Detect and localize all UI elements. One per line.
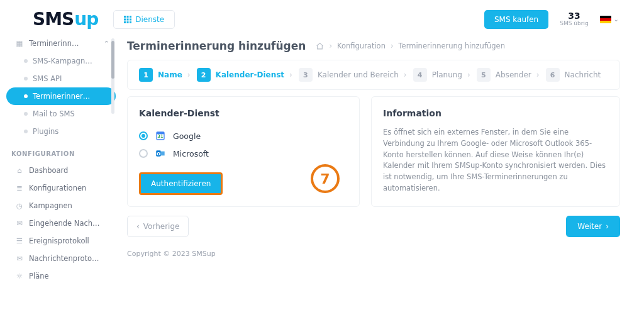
step-scheduling: 4Planung›	[413, 68, 470, 82]
chevron-right-icon: ›	[289, 70, 292, 79]
step-sender: 5Absender›	[477, 68, 540, 82]
sidebar-item-event-log[interactable]: ☰Ereignisprotokoll	[6, 232, 116, 250]
logo-text-b: up	[74, 9, 98, 30]
sidebar: ▦ Terminerinn… ⌃ SMS-Kampagn… SMS API Te…	[0, 35, 116, 322]
step-number: 5	[477, 68, 491, 82]
buy-sms-button[interactable]: SMS kaufen	[484, 10, 548, 29]
calendar-option-label: Microsoft	[173, 149, 209, 158]
sliders-icon: ≣	[15, 184, 24, 192]
breadcrumb-separator-icon: ›	[391, 42, 394, 50]
wizard-pager: ‹Vorherige Weiter›	[127, 216, 620, 237]
calendar-option-google[interactable]: 31 Google	[139, 127, 348, 145]
bullet-icon	[24, 59, 28, 63]
calendar-option-label: Google	[173, 131, 201, 141]
sidebar-item-sms-api[interactable]: SMS API	[6, 70, 116, 87]
step-label: Kalender und Bereich	[318, 70, 399, 79]
flag-de-icon	[600, 16, 611, 23]
step-calendar-range: 3Kalender und Bereich›	[299, 68, 407, 82]
sidebar-item-sms-campaigns[interactable]: SMS-Kampagn…	[6, 52, 116, 70]
svg-rect-1	[127, 16, 129, 18]
sidebar-item-campaigns[interactable]: ◷Kampagnen	[6, 197, 116, 214]
topbar-right: SMS kaufen 33 SMS übrig ⌄	[484, 10, 619, 29]
breadcrumb-item: Terminerinnerung hinzufügen	[399, 42, 505, 50]
step-label: Planung	[432, 70, 462, 79]
sidebar-item-message-log[interactable]: ✉Nachrichtenproto…	[6, 250, 116, 267]
content-row: Kalender-Dienst 31 Google O Microsoft	[127, 96, 620, 207]
sidebar-item-label: SMS-Kampagn…	[33, 57, 92, 65]
step-calendar-service[interactable]: 2Kalender-Dienst›	[197, 68, 292, 82]
step-label: Kalender-Dienst	[216, 70, 284, 79]
home-icon: ⌂	[15, 166, 24, 175]
panel-title: Kalender-Dienst	[139, 108, 348, 118]
outlook-icon: O	[155, 148, 165, 158]
sidebar-item-label: Kampagnen	[29, 201, 72, 210]
sidebar-item-plugins[interactable]: Plugins	[6, 123, 116, 140]
info-body: Es öffnet sich ein externes Fenster, in …	[383, 127, 608, 194]
svg-text:O: O	[157, 152, 160, 157]
sidebar-item-label: Eingehende Nach…	[29, 219, 100, 228]
svg-rect-5	[130, 18, 131, 20]
bulb-icon: ☼	[15, 272, 24, 280]
sidebar-item-appointment-reminders[interactable]: Terminerinner…	[6, 87, 116, 105]
step-label: Nachricht	[565, 70, 601, 79]
chevron-left-icon: ‹	[136, 222, 140, 231]
language-switcher[interactable]: ⌄	[600, 16, 619, 23]
services-grid-icon	[124, 16, 131, 23]
chevron-down-icon: ⌄	[614, 16, 619, 23]
radio-checked-icon	[139, 131, 148, 140]
sidebar-item-label: Terminerinner…	[33, 92, 90, 101]
authenticate-button[interactable]: Authentifizieren	[139, 172, 223, 195]
app-root: SMSup Dienste SMS kaufen 33 SMS übrig ⌄	[0, 0, 644, 322]
breadcrumb-separator-icon: ›	[329, 42, 332, 50]
scrollbar-thumb[interactable]	[111, 41, 114, 79]
svg-text:31: 31	[157, 134, 164, 139]
sidebar-item-inbox[interactable]: ✉Eingehende Nach…	[6, 214, 116, 232]
sms-credits-count: 33	[560, 11, 588, 21]
step-number: 1	[139, 68, 153, 82]
services-button-label: Dienste	[135, 15, 164, 24]
sidebar-item-configurations[interactable]: ≣Konfigurationen	[6, 179, 116, 197]
sidebar-item-plans[interactable]: ☼Pläne	[6, 267, 116, 285]
chevron-right-icon: ›	[467, 70, 470, 79]
bullet-icon	[24, 77, 28, 80]
sidebar-item-reminders[interactable]: ▦ Terminerinn… ⌃	[6, 35, 116, 52]
sms-credits-label: SMS übrig	[560, 21, 588, 27]
svg-rect-6	[124, 21, 126, 23]
next-button[interactable]: Weiter›	[566, 216, 620, 237]
step-number: 2	[197, 68, 211, 82]
breadcrumb: › Konfiguration › Terminerinnerung hinzu…	[316, 42, 505, 50]
wizard-steps: 1Name› 2Kalender-Dienst› 3Kalender und B…	[127, 60, 620, 90]
chevron-right-icon: ›	[187, 70, 191, 79]
prev-button[interactable]: ‹Vorherige	[127, 216, 189, 237]
page-header: Terminerinnerung hinzufügen › Konfigurat…	[127, 35, 620, 60]
page-title: Terminerinnerung hinzufügen	[127, 40, 306, 52]
svg-rect-4	[127, 18, 129, 20]
services-button[interactable]: Dienste	[113, 10, 175, 29]
sidebar-item-mail-to-sms[interactable]: Mail to SMS	[6, 105, 116, 123]
bullet-icon	[24, 112, 28, 116]
sidebar-item-label: Pläne	[29, 272, 49, 280]
calendar-service-panel: Kalender-Dienst 31 Google O Microsoft	[127, 96, 360, 207]
sidebar-item-dashboard[interactable]: ⌂Dashboard	[6, 162, 116, 179]
calendar-option-microsoft[interactable]: O Microsoft	[139, 145, 348, 162]
sidebar-item-label: Mail to SMS	[33, 109, 75, 118]
sidebar-item-label: Dashboard	[29, 166, 68, 175]
chevron-right-icon: ›	[404, 70, 407, 79]
sidebar-item-label: Terminerinn…	[29, 39, 79, 48]
chevron-up-icon: ⌃	[104, 40, 109, 48]
info-panel: Information Es öffnet sich ein externes …	[371, 96, 620, 207]
step-name[interactable]: 1Name›	[139, 68, 191, 82]
step-label: Name	[158, 70, 182, 79]
sms-credits: 33 SMS übrig	[560, 11, 588, 27]
breadcrumb-item[interactable]: Konfiguration	[337, 42, 386, 50]
scrollbar-track[interactable]	[111, 38, 114, 114]
google-calendar-icon: 31	[155, 131, 165, 141]
main: Terminerinnerung hinzufügen › Konfigurat…	[116, 35, 644, 322]
step-number: 4	[413, 68, 427, 82]
logo: SMSup	[33, 9, 98, 30]
home-icon[interactable]	[316, 42, 324, 50]
sidebar-item-label: SMS API	[33, 74, 62, 83]
svg-rect-2	[130, 16, 131, 18]
list-icon: ☰	[15, 236, 24, 245]
sidebar-item-label: Plugins	[33, 127, 58, 136]
